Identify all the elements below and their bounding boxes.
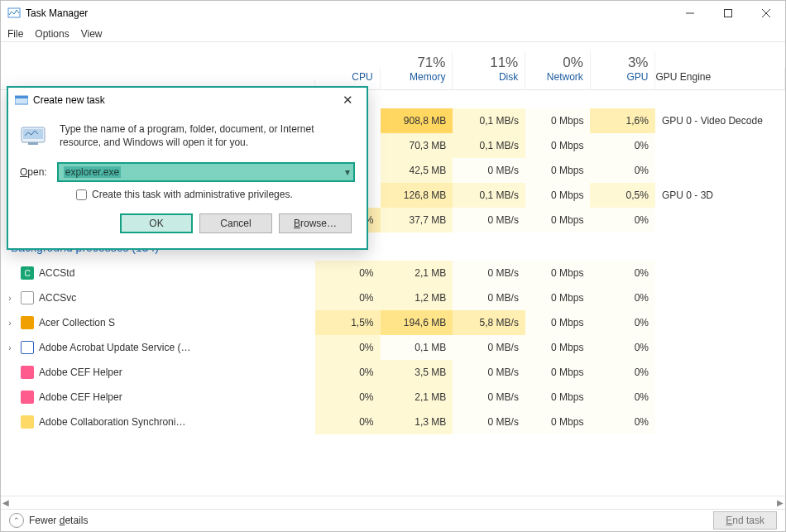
gpu-engine-cell [655, 208, 785, 232]
engine-label: GPU Engine [655, 71, 778, 83]
admin-checkbox-row[interactable]: Create this task with administrative pri… [76, 189, 355, 200]
metric-cell: 0% [590, 261, 655, 285]
metric-cell: 0% [590, 385, 655, 410]
fewer-details-button[interactable]: ⌃ Fewer details [9, 513, 88, 528]
process-name: ACCSvc [39, 292, 76, 304]
metric-cell: 0 MB/s [453, 385, 525, 410]
metric-cell: 0 Mbps [525, 108, 591, 133]
metric-cell: 1,2 MB [381, 285, 453, 310]
cancel-button[interactable]: Cancel [199, 213, 272, 233]
process-name-cell: Adobe Collaboration Synchroni… [1, 410, 315, 434]
metric-cell: 0% [590, 285, 655, 310]
metric-cell: 0% [590, 208, 655, 232]
run-dialog-icon [15, 93, 28, 107]
ok-button[interactable]: OK [120, 213, 193, 233]
menu-options[interactable]: Options [35, 28, 69, 40]
metric-cell: 5,8 MB/s [453, 310, 525, 335]
metric-cell: 0 Mbps [525, 183, 591, 208]
disk-pct: 11% [453, 55, 518, 71]
gpu-engine-cell: GPU 0 - Video Decode [655, 108, 785, 133]
expand-icon[interactable]: › [4, 343, 16, 352]
end-task-button[interactable]: End task [713, 511, 777, 530]
process-row[interactable]: ›Adobe Acrobat Update Service (…0%0,1 MB… [1, 335, 785, 360]
gpu-engine-cell [655, 335, 785, 360]
run-program-icon [20, 122, 50, 147]
titlebar[interactable]: Task Manager [1, 1, 785, 26]
gpu-engine-cell [655, 360, 785, 385]
metric-cell: 0% [315, 410, 381, 434]
close-button[interactable] [747, 1, 785, 26]
gpu-engine-cell [655, 310, 785, 335]
gpu-engine-cell [655, 385, 785, 410]
browse-button[interactable]: Browse… [279, 213, 352, 233]
metric-cell: 0 Mbps [525, 360, 591, 385]
menu-view[interactable]: View [81, 28, 103, 40]
metric-cell: 70,3 MB [381, 133, 453, 158]
dialog-close-button[interactable]: ✕ [335, 93, 360, 108]
metric-cell: 0 Mbps [525, 335, 591, 360]
footer: ⌃ Fewer details End task [1, 509, 785, 531]
metric-cell: 2,1 MB [381, 261, 453, 285]
open-label: Open: [20, 166, 47, 178]
metric-cell: 194,6 MB [381, 310, 453, 335]
metric-cell: 0% [590, 360, 655, 385]
menu-file[interactable]: File [7, 28, 23, 40]
col-gpu[interactable]: 3% GPU [591, 51, 656, 89]
col-network[interactable]: 0% Network [525, 51, 591, 89]
open-combobox[interactable]: explorer.exe ▾ [57, 162, 355, 182]
metric-cell: 0,1 MB [381, 335, 453, 360]
metric-cell: 0,1 MB/s [453, 133, 525, 158]
process-row[interactable]: ›Acer Collection S1,5%194,6 MB5,8 MB/s0 … [1, 310, 785, 335]
metric-cell: 0 Mbps [525, 410, 591, 434]
dropdown-icon[interactable]: ▾ [345, 166, 350, 178]
process-row[interactable]: Adobe Collaboration Synchroni…0%1,3 MB0 … [1, 410, 785, 434]
metric-cell: 1,6% [590, 108, 655, 133]
metric-cell: 0 MB/s [453, 360, 525, 385]
metric-cell: 0 MB/s [453, 410, 525, 434]
menubar: File Options View [1, 26, 785, 42]
metric-cell: 3,5 MB [381, 360, 453, 385]
expand-icon[interactable]: › [4, 319, 16, 328]
metric-cell: 0 Mbps [525, 208, 591, 232]
chevron-up-icon: ⌃ [9, 513, 24, 528]
metric-cell: 0 Mbps [525, 310, 591, 335]
col-disk[interactable]: 11% Disk [453, 51, 525, 89]
process-icon [21, 291, 34, 304]
metric-cell: 37,7 MB [381, 208, 453, 232]
col-memory[interactable]: 71% Memory [381, 51, 453, 89]
open-value: explorer.exe [64, 166, 121, 178]
process-name-cell: CACCStd [1, 261, 315, 285]
process-row[interactable]: ›ACCSvc0%1,2 MB0 MB/s0 Mbps0% [1, 285, 785, 310]
metric-cell: 0% [315, 360, 381, 385]
metric-cell: 0% [315, 285, 381, 310]
process-row[interactable]: CACCStd0%2,1 MB0 MB/s0 Mbps0% [1, 261, 785, 285]
maximize-button[interactable] [709, 1, 747, 26]
gpu-pct: 3% [591, 55, 649, 71]
process-icon: C [21, 266, 34, 280]
gpu-label: GPU [591, 71, 649, 83]
scroll-left-icon[interactable]: ◀ [2, 498, 9, 507]
process-icon [21, 366, 34, 379]
metric-cell: 0% [590, 133, 655, 158]
admin-checkbox-label: Create this task with administrative pri… [92, 189, 293, 200]
process-icon [21, 316, 34, 329]
metric-cell: 908,8 MB [381, 108, 453, 133]
minimize-button[interactable] [671, 1, 709, 26]
dialog-title: Create new task [33, 94, 335, 106]
dialog-description: Type the name of a program, folder, docu… [60, 122, 324, 149]
process-row[interactable]: Adobe CEF Helper0%2,1 MB0 MB/s0 Mbps0% [1, 385, 785, 410]
process-row[interactable]: Adobe CEF Helper0%3,5 MB0 MB/s0 Mbps0% [1, 360, 785, 385]
horizontal-scrollbar[interactable]: ◀ ▶ [1, 496, 785, 509]
metric-cell: 0,1 MB/s [453, 183, 525, 208]
expand-icon[interactable]: › [4, 294, 16, 303]
admin-checkbox[interactable] [76, 189, 87, 200]
process-name-cell: ›Acer Collection S [1, 310, 315, 335]
process-icon [21, 391, 34, 404]
dialog-titlebar[interactable]: Create new task ✕ [8, 88, 367, 113]
network-pct: 0% [525, 55, 583, 71]
process-name-cell: Adobe CEF Helper [1, 385, 315, 410]
svg-rect-2 [725, 10, 732, 17]
network-label: Network [525, 71, 583, 83]
scroll-right-icon[interactable]: ▶ [777, 498, 784, 507]
col-gpu-engine[interactable]: GPU Engine [655, 68, 785, 89]
